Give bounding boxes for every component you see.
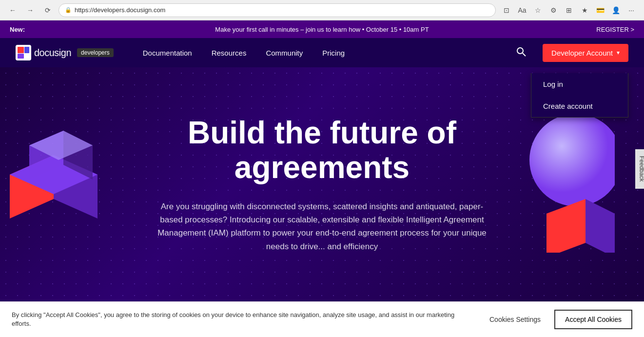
- create-account-item[interactable]: Create account: [531, 95, 628, 117]
- header-right: Developer Account ▾ Log in Create accoun…: [513, 44, 628, 62]
- feedback-tab[interactable]: Feedback: [636, 149, 644, 188]
- hero-title-line1: Build the future of: [188, 115, 456, 150]
- hero-left-shapes: [0, 116, 107, 223]
- forward-button[interactable]: →: [23, 3, 37, 17]
- cast-icon[interactable]: ⊡: [500, 3, 513, 17]
- extensions-icon[interactable]: ⚙: [546, 3, 560, 17]
- developer-account-dropdown: Log in Create account: [531, 73, 628, 118]
- more-icon[interactable]: ···: [624, 3, 638, 17]
- feedback-label: Feedback: [639, 156, 644, 181]
- docusign-logo-svg: [17, 46, 30, 59]
- main-nav: Documentation Resources Community Pricin…: [143, 49, 513, 57]
- nav-pricing[interactable]: Pricing: [322, 49, 345, 57]
- hero-right-shapes: [498, 106, 615, 253]
- cookie-banner: By clicking "Accept All Cookies", you ag…: [0, 301, 644, 337]
- announcement-bar: New: Make your first call in minutes – j…: [0, 20, 644, 38]
- search-button[interactable]: [513, 44, 529, 62]
- lock-icon: 🔒: [65, 7, 72, 13]
- logo-text: docusign: [34, 47, 71, 59]
- svg-rect-3: [24, 47, 29, 53]
- nav-community[interactable]: Community: [266, 49, 303, 57]
- reader-mode-icon[interactable]: Aa: [515, 3, 529, 17]
- favorites-icon[interactable]: ★: [578, 3, 591, 17]
- url-text: https://developers.docusign.com: [75, 6, 165, 14]
- split-view-icon[interactable]: ⊞: [562, 3, 576, 17]
- reload-button[interactable]: ⟳: [41, 3, 55, 17]
- logo[interactable]: docusign developers: [16, 45, 114, 60]
- search-icon: [516, 47, 526, 57]
- svg-marker-13: [546, 199, 585, 253]
- cookies-settings-button[interactable]: Cookies Settings: [482, 312, 548, 327]
- register-link[interactable]: REGISTER >: [596, 26, 634, 33]
- wallet-icon[interactable]: 💳: [593, 3, 607, 17]
- developer-account-label: Developer Account: [551, 49, 613, 57]
- svg-rect-1: [18, 47, 24, 53]
- login-item[interactable]: Log in: [531, 73, 628, 95]
- nav-documentation[interactable]: Documentation: [143, 49, 192, 57]
- svg-marker-14: [585, 199, 615, 253]
- logo-icon: [16, 45, 31, 60]
- logo-area: docusign developers: [16, 45, 114, 60]
- chevron-down-icon: ▾: [617, 49, 620, 56]
- browser-chrome: ← → ⟳ 🔒 https://developers.docusign.com …: [0, 0, 644, 20]
- back-button[interactable]: ←: [6, 3, 20, 17]
- browser-toolbar: ⊡ Aa ☆ ⚙ ⊞ ★ 💳 👤 ···: [500, 3, 638, 17]
- announcement-message: Make your first call in minutes – join u…: [215, 26, 429, 33]
- svg-point-12: [529, 114, 615, 206]
- cookie-text: By clicking "Accept All Cookies", you ag…: [12, 311, 472, 328]
- svg-rect-2: [18, 54, 24, 59]
- page-wrapper: New: Make your first call in minutes – j…: [0, 20, 644, 337]
- bookmark-icon[interactable]: ☆: [531, 3, 545, 17]
- svg-point-4: [517, 48, 523, 54]
- header: docusign developers Documentation Resour…: [0, 38, 644, 67]
- svg-line-5: [523, 53, 526, 56]
- developers-badge: developers: [77, 48, 114, 57]
- hero-title: Build the future of agreements: [188, 116, 456, 184]
- hero-title-line2: agreements: [234, 150, 410, 185]
- new-badge: New:: [10, 26, 25, 33]
- cookie-actions: Cookies Settings Accept All Cookies: [482, 310, 632, 329]
- hero-subtitle: Are you struggling with disconnected sys…: [152, 200, 493, 253]
- profile-icon[interactable]: 👤: [609, 3, 623, 17]
- accept-all-cookies-button[interactable]: Accept All Cookies: [554, 310, 632, 329]
- developer-account-button[interactable]: Developer Account ▾: [543, 44, 628, 62]
- url-bar[interactable]: 🔒 https://developers.docusign.com: [59, 3, 496, 17]
- nav-resources[interactable]: Resources: [212, 49, 247, 57]
